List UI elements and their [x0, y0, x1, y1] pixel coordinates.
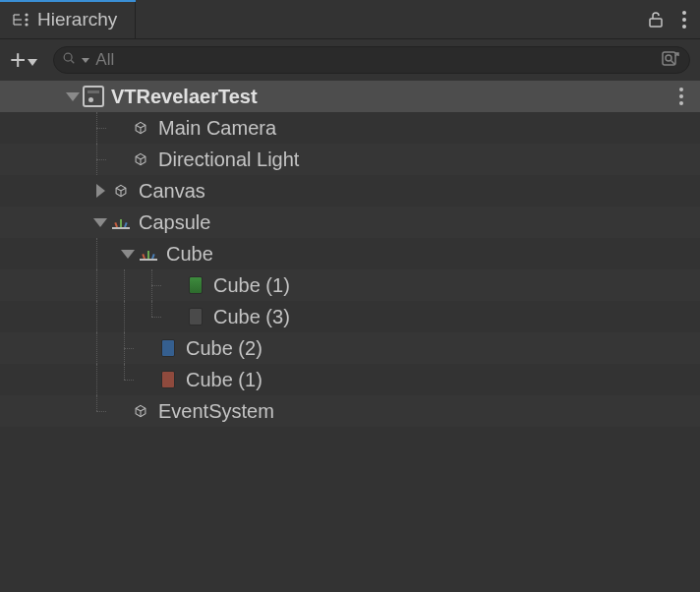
svg-line-9: [72, 60, 75, 63]
node-label: Cube (2): [186, 337, 262, 360]
search-bar[interactable]: [53, 46, 690, 74]
lock-icon[interactable]: [647, 11, 665, 29]
expand-toggle[interactable]: [90, 184, 110, 198]
node-label: Cube (1): [213, 274, 290, 297]
node-label: EventSystem: [158, 400, 274, 423]
tab-label: Hierarchy: [37, 9, 117, 30]
plus-icon: +: [10, 46, 26, 74]
node-label: Canvas: [139, 180, 205, 203]
search-scope-icon[interactable]: [660, 49, 681, 71]
dropdown-arrow-icon: [28, 59, 37, 66]
hierarchy-tree: VTRevelaerTest Main Camera: [0, 81, 700, 427]
tree-row[interactable]: Cube (3): [0, 301, 700, 332]
tree-row[interactable]: Directional Light: [0, 144, 700, 175]
tree-row[interactable]: Cube (1): [0, 269, 700, 301]
tree-row[interactable]: EventSystem: [0, 395, 700, 427]
node-label: Cube (3): [213, 306, 290, 328]
expand-toggle[interactable]: [90, 218, 110, 227]
gameobject-icon: [130, 117, 151, 139]
svg-point-4: [26, 14, 28, 16]
prefab-swatch-icon: [185, 306, 206, 327]
svg-rect-7: [650, 19, 662, 27]
gameobject-icon: [130, 148, 151, 170]
prefab-swatch-icon: [157, 337, 179, 359]
tree-row[interactable]: Canvas: [0, 175, 700, 207]
node-label: Cube (1): [186, 369, 262, 391]
hierarchy-icon: [12, 11, 29, 29]
create-button[interactable]: +: [10, 46, 37, 74]
node-label: Main Camera: [158, 117, 276, 140]
tree-row[interactable]: Capsule: [0, 207, 700, 238]
scene-menu-icon[interactable]: [672, 88, 690, 105]
node-label: Directional Light: [158, 148, 299, 171]
expand-toggle[interactable]: [118, 250, 138, 259]
tab-bar: Hierarchy: [0, 0, 700, 39]
search-icon: [62, 51, 76, 69]
search-mode-dropdown-icon[interactable]: [82, 58, 89, 63]
gameobject-icon: [130, 400, 151, 422]
prefab-swatch-icon: [185, 274, 206, 296]
transform-gizmo-icon: [138, 243, 159, 265]
svg-point-5: [26, 19, 28, 21]
svg-point-8: [65, 53, 73, 61]
scene-asset-icon: [83, 86, 104, 107]
prefab-swatch-icon: [157, 369, 179, 390]
svg-point-6: [26, 24, 28, 26]
node-label: VTRevelaerTest: [111, 86, 258, 108]
search-input[interactable]: [95, 50, 654, 70]
scene-row[interactable]: VTRevelaerTest: [0, 81, 700, 112]
node-label: Cube: [166, 243, 213, 266]
tree-row[interactable]: Main Camera: [0, 112, 700, 144]
node-label: Capsule: [139, 211, 210, 234]
tab-hierarchy[interactable]: Hierarchy: [0, 0, 136, 38]
svg-line-12: [671, 61, 675, 65]
gameobject-icon: [110, 180, 132, 202]
svg-point-11: [666, 55, 671, 61]
expand-toggle[interactable]: [63, 92, 83, 101]
panel-menu-icon[interactable]: [682, 11, 686, 29]
transform-gizmo-icon: [110, 211, 132, 233]
tree-row[interactable]: Cube (1): [0, 364, 700, 395]
tree-row[interactable]: Cube (2): [0, 332, 700, 364]
toolbar: +: [0, 39, 700, 81]
tree-row[interactable]: Cube: [0, 238, 700, 269]
